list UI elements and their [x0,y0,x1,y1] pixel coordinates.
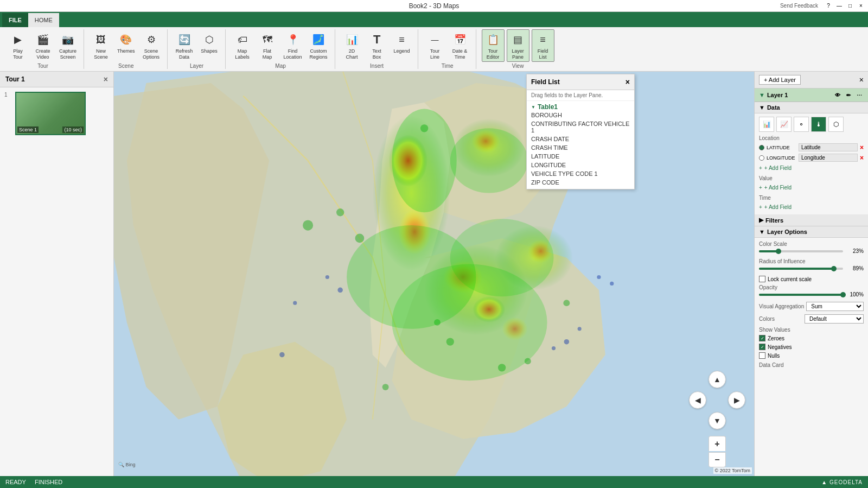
heatmap-icon[interactable]: 🌡 [811,117,826,132]
map-labels-btn[interactable]: 🏷 MapLabels [231,29,254,62]
capture-screen-btn[interactable]: 📷 CaptureScreen [56,29,79,62]
data-type-icons: 📊 📈 ⚬ 🌡 ⬡ [759,117,864,132]
field-vehicle-type[interactable]: VEHICLE TYPE CODE 1 [531,169,630,178]
color-scale-label: Color Scale [759,241,864,247]
map-down-btn[interactable]: ▼ [709,412,726,429]
colors-select[interactable]: Default Custom [805,314,864,324]
location-add-field[interactable]: + + Add Field [759,164,864,172]
opacity-thumb[interactable] [840,292,846,297]
help-btn[interactable]: ? [824,1,833,11]
zeroes-row: ✓ Zeroes [759,335,864,341]
scene-number: 1 [4,92,11,98]
latitude-remove-btn[interactable]: × [860,144,864,151]
filters-collapse-icon: ▶ [759,217,763,224]
data-section-header[interactable]: ▼ Data [755,102,868,113]
date-time-btn[interactable]: 📅 Date &Time [449,29,471,62]
shapes-btn[interactable]: ⬡ Shapes [198,29,221,56]
data-section-content: 📊 📈 ⚬ 🌡 ⬡ Location LATITUDE Latitude × L… [755,113,868,214]
zoom-out-btn[interactable]: − [709,452,726,467]
layer-options-section-header[interactable]: ▼ Layer Options [755,226,868,238]
create-video-btn[interactable]: 🎬 CreateVideo [31,29,54,62]
map-right-btn[interactable]: ▶ [728,391,745,409]
field-contributing-factor[interactable]: CONTRIBUTING FACTOR VEHICLE 1 [531,119,630,135]
longitude-remove-btn[interactable]: × [860,154,864,162]
map-up-btn[interactable]: ▲ [709,371,726,388]
color-scale-thumb[interactable] [776,249,781,254]
longitude-radio[interactable] [759,155,764,161]
opacity-slider-container: 100% [759,291,864,297]
legend-icon: ≡ [393,31,411,48]
tab-home[interactable]: HOME [28,13,59,27]
new-scene-btn[interactable]: 🖼 NewScene [90,29,112,62]
bar-chart-icon[interactable]: 📊 [759,117,774,132]
view-group-label: View [512,62,524,69]
add-layer-btn[interactable]: + Add Layer [759,75,801,85]
color-scale-value: 23% [846,248,864,254]
scene-options-btn[interactable]: ⚙ SceneOptions [140,29,163,62]
radius-slider[interactable] [759,268,843,270]
visual-aggregation-row: Visual Aggregation Sum Average Count [759,302,864,311]
minimize-btn[interactable]: — [834,1,844,11]
tour-title: Tour 1 [5,75,25,83]
table-name[interactable]: ▼ Table1 [531,103,630,111]
themes-btn[interactable]: 🎨 Themes [114,29,138,56]
negatives-checkbox[interactable]: ✓ [759,344,765,350]
color-scale-slider[interactable] [759,250,843,252]
field-crash-date[interactable]: CRASH DATE [531,135,630,143]
value-add-field[interactable]: + + Add Field [759,183,864,192]
svg-point-34 [597,275,601,279]
radius-thumb[interactable] [831,266,837,271]
geodelta-logo: ▲ GEODELTA [821,479,863,485]
time-add-field[interactable]: + + Add Field [759,203,864,211]
field-list-close-btn[interactable]: × [626,78,630,86]
region-icon[interactable]: ⬡ [828,117,844,132]
layer-edit-btn[interactable]: ✏ [844,91,853,99]
tab-file[interactable]: FILE [2,13,28,27]
custom-regions-btn[interactable]: 🗾 CustomRegions [307,29,330,62]
tour-line-btn[interactable]: — TourLine [424,29,446,62]
layer-more-btn[interactable]: ⋯ [855,91,864,99]
visual-aggregation-select[interactable]: Sum Average Count [806,302,864,311]
zoom-in-btn[interactable]: + [709,436,726,451]
lock-scale-checkbox[interactable] [759,276,765,282]
tour-editor-btn[interactable]: 📋 TourEditor [482,29,505,62]
latitude-value: Latitude [799,143,858,151]
find-location-btn[interactable]: 📍 FindLocation [281,29,305,62]
scene-item[interactable]: 1 Scene 1 (10 sec) [0,87,113,140]
field-list-header: Field List × [527,74,634,90]
ribbon-group-map: 🏷 MapLabels 🗺 FlatMap 📍 FindLocation 🗾 C… [227,29,335,69]
bar-chart2-icon[interactable]: 📈 [776,117,792,132]
field-crash-time[interactable]: CRASH TIME [531,143,630,152]
nulls-checkbox[interactable] [759,352,765,359]
feedback-link[interactable]: Send Feedback [780,3,818,9]
latitude-field-name: LATITUDE [767,145,796,150]
field-list-btn[interactable]: ≡ FieldList [532,29,554,62]
latitude-radio[interactable] [759,145,764,150]
layer1-item[interactable]: ▼ Layer 1 👁 ✏ ⋯ [755,88,868,102]
flat-map-btn[interactable]: 🗺 FlatMap [256,29,279,62]
2d-chart-btn[interactable]: 📊 2DChart [341,29,363,62]
close-btn[interactable]: × [856,1,866,11]
filters-section-header[interactable]: ▶ Filters [755,214,868,226]
layer-pane-close-btn[interactable]: × [859,75,864,84]
field-zip-code[interactable]: ZIP CODE [531,178,630,187]
opacity-slider[interactable] [759,294,843,296]
layer-eye-btn[interactable]: 👁 [833,91,842,99]
legend-btn[interactable]: ≡ Legend [391,29,413,56]
layer-pane-btn[interactable]: ▤ LayerPane [507,29,529,62]
field-longitude[interactable]: LONGITUDE [531,161,630,169]
map-area[interactable]: Field List × Drag fields to the Layer Pa… [114,72,754,476]
nulls-label: Nulls [768,353,780,359]
maximize-btn[interactable]: □ [845,1,855,11]
scene-thumbnail[interactable]: Scene 1 (10 sec) [15,92,86,135]
tour-close-btn[interactable]: × [104,75,108,84]
zeroes-checkbox[interactable]: ✓ [759,335,765,341]
text-box-btn[interactable]: T TextBox [366,29,388,62]
field-latitude[interactable]: LATITUDE [531,152,630,161]
scatter-icon[interactable]: ⚬ [794,117,809,132]
field-borough[interactable]: BOROUGH [531,111,630,119]
layer-options-content: Color Scale 23% Radius of Influence [755,238,868,371]
map-left-btn[interactable]: ◀ [689,391,706,409]
play-tour-btn[interactable]: ▶ PlayTour [7,29,29,62]
refresh-data-btn[interactable]: 🔄 RefreshData [173,29,196,62]
